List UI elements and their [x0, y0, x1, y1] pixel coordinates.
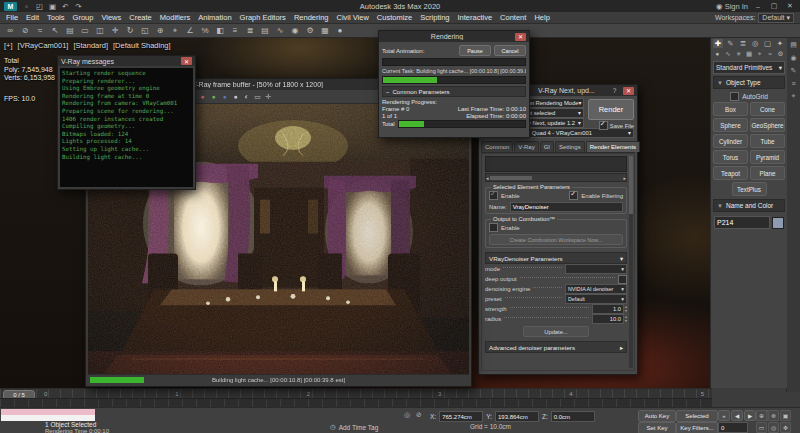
geometry-icon[interactable]: ● [713, 50, 722, 58]
align-icon[interactable]: ≡ [228, 26, 242, 35]
rendered-frame-icon[interactable]: ▦ [318, 26, 332, 35]
space-warps-icon[interactable]: ≈ [766, 50, 775, 58]
layers-dock-icon[interactable]: ▤ [788, 41, 799, 49]
vray-messages-title-bar[interactable]: V-Ray messages ✕ [58, 56, 195, 66]
zoom-all-icon[interactable]: ⊛ [768, 410, 779, 421]
unlink-icon[interactable]: ⊘ [18, 26, 32, 35]
go-to-start-icon[interactable]: « [718, 410, 730, 421]
element-name-input[interactable]: VrayDenoiser [510, 202, 623, 212]
blue-channel-icon[interactable]: ● [219, 93, 230, 101]
select-place-icon[interactable]: ⊕ [153, 26, 167, 35]
z-coordinate-field[interactable]: 0.0cm [551, 411, 595, 422]
previous-frame-icon[interactable]: ◀ [731, 410, 743, 421]
tab-render-elements[interactable]: Render Elements [586, 141, 640, 152]
rendering-dialog-title-bar[interactable]: Rendering ✕ [379, 31, 529, 42]
cameras-icon[interactable]: ▦ [745, 50, 754, 58]
rollout-vraydenoiser-parameters[interactable]: VRayDenoiser Parameters▾ [485, 252, 627, 264]
shapes-icon[interactable]: ∿ [724, 50, 733, 58]
maxscript-macro-recorder[interactable] [1, 409, 95, 415]
monochrome-icon[interactable]: ◐ [241, 93, 252, 101]
workspaces-dropdown[interactable]: Default ▾ [758, 13, 794, 23]
help-icon[interactable]: ? [609, 87, 620, 94]
sign-in-button[interactable]: ◉Sign In [716, 2, 748, 11]
close-icon[interactable]: ✕ [623, 87, 634, 95]
object-type-geosphere[interactable]: GeoSphere [750, 118, 785, 132]
menu-customize[interactable]: Customize [373, 13, 416, 22]
viewport-shading-menu[interactable]: [Default Shading] [113, 41, 171, 50]
menu-create[interactable]: Create [125, 13, 156, 22]
tab-vray[interactable]: V-Ray [514, 141, 538, 152]
tab-settings[interactable]: Settings [555, 141, 585, 152]
object-name-field[interactable]: P214 [714, 216, 770, 229]
play-button[interactable]: ▶ [744, 410, 756, 421]
lights-icon[interactable]: ☀ [734, 50, 743, 58]
create-combustion-workspace-button[interactable]: Create Combustion Workspace Now... [489, 234, 623, 245]
denoising-engine-dropdown[interactable]: NVIDIA AI denoiser▾ [565, 284, 627, 294]
menu-tools[interactable]: Tools [43, 13, 69, 22]
spinner-arrows-icon[interactable]: ▴▾ [625, 305, 627, 313]
strength-spinner[interactable]: 1.0 [592, 304, 624, 314]
layer-manager-icon[interactable]: ▤ [258, 26, 272, 35]
percent-snap-icon[interactable]: % [198, 26, 212, 35]
select-object-icon[interactable]: ↖ [48, 26, 62, 35]
bind-spacewarp-icon[interactable]: ≈ [33, 26, 47, 35]
y-coordinate-field[interactable]: 193.864cm [495, 411, 539, 422]
alpha-channel-icon[interactable]: ● [230, 93, 241, 101]
zoom-region-icon[interactable]: ▭ [756, 422, 767, 433]
mode-dropdown[interactable]: ▾ [565, 264, 627, 274]
hierarchy-tab-icon[interactable]: ≣ [738, 39, 748, 48]
undo-icon[interactable]: ↶ [60, 2, 71, 11]
deep-output-checkbox[interactable] [618, 275, 627, 284]
menu-rendering[interactable]: Rendering [290, 13, 333, 22]
object-type-sphere[interactable]: Sphere [713, 118, 748, 132]
object-type-teapot[interactable]: Teapot [713, 166, 748, 180]
selection-set-dropdown[interactable]: Selected [676, 410, 718, 422]
vray-messages-log[interactable]: Starting render sequencePreparing render… [60, 68, 193, 187]
viewport-pov-menu[interactable]: [VRayCam001] [18, 41, 69, 50]
minimize-icon[interactable]: – [752, 3, 764, 10]
rollout-name-color[interactable]: ▼ Name and Color [713, 199, 785, 212]
primitive-category-dropdown[interactable]: Standard Primitives▾ [713, 61, 785, 74]
auto-key-button[interactable]: Auto Key [638, 410, 676, 422]
pan-icon[interactable]: ✥ [780, 422, 791, 433]
material-editor-icon[interactable]: ◉ [288, 26, 302, 35]
motion-tab-icon[interactable]: ◎ [750, 39, 760, 48]
utilities-tab-icon[interactable]: ✦ [775, 39, 785, 48]
material-dock-icon[interactable]: ◉ [788, 54, 799, 62]
menu-content[interactable]: Content [496, 13, 530, 22]
enable-filtering-checkbox[interactable] [569, 191, 578, 200]
x-coordinate-field[interactable]: 765.274cm [439, 411, 483, 422]
render-button[interactable]: Render [588, 99, 634, 120]
element-enable-checkbox[interactable] [489, 191, 498, 200]
select-by-name-icon[interactable]: ▤ [63, 26, 77, 35]
select-move-icon[interactable]: ✛ [108, 26, 122, 35]
selection-region-icon[interactable]: ▭ [78, 26, 92, 35]
pause-button[interactable]: Pause [459, 45, 491, 56]
viewport-render-style-menu[interactable]: [Standard] [73, 41, 108, 50]
snap-toggle-icon[interactable]: ⌖ [168, 26, 182, 36]
combustion-enable-checkbox[interactable] [489, 223, 498, 232]
render-elements-list[interactable] [485, 156, 627, 172]
display-tab-icon[interactable]: ▢ [763, 39, 773, 48]
modifier-dock-icon[interactable]: ✎ [788, 67, 799, 75]
track-mouse-icon[interactable]: ✛ [263, 93, 274, 101]
systems-icon[interactable]: ⚙ [776, 50, 785, 58]
modify-tab-icon[interactable]: ✎ [725, 39, 735, 48]
maximize-icon[interactable]: ▢ [768, 2, 780, 10]
panel-scrollbar[interactable] [629, 156, 633, 368]
radius-spinner[interactable]: 10.0 [592, 314, 624, 324]
selection-lock-icon[interactable]: ⊘ [416, 411, 422, 419]
rollout-advanced-denoiser-parameters[interactable]: Advanced denoiser parameters▸ [485, 341, 627, 353]
new-scene-icon[interactable]: ▫ [21, 2, 32, 11]
maxscript-mini-listener[interactable] [1, 415, 95, 421]
create-tab-icon[interactable]: ✚ [713, 39, 723, 48]
menu-graph-editors[interactable]: Graph Editors [236, 13, 290, 22]
zoom-extents-icon[interactable]: ▣ [780, 410, 791, 421]
close-icon[interactable]: ✕ [181, 57, 192, 65]
object-type-cone[interactable]: Cone [750, 102, 785, 116]
menu-views[interactable]: Views [97, 13, 125, 22]
object-type-box[interactable]: Box [713, 102, 748, 116]
update-button[interactable]: Update... [523, 326, 589, 337]
helpers-icon[interactable]: ⌖ [755, 50, 764, 58]
menu-edit[interactable]: Edit [22, 13, 43, 22]
